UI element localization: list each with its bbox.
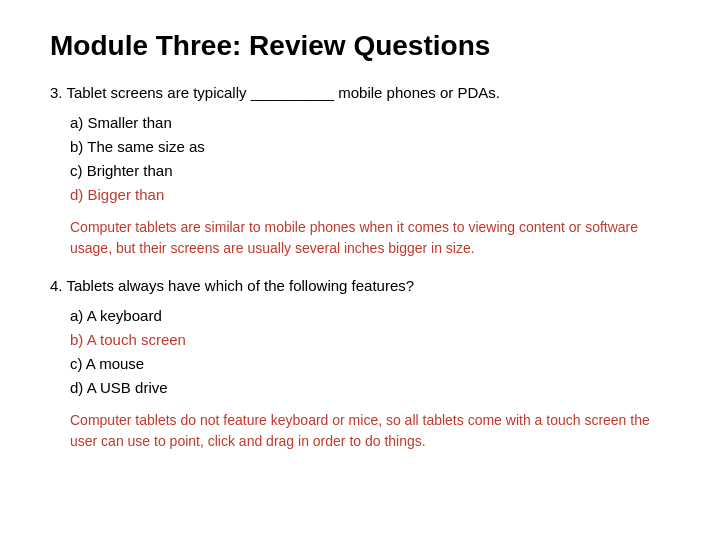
page-title: Module Three: Review Questions	[50, 30, 670, 62]
page-container: Module Three: Review Questions 3. Tablet…	[0, 0, 720, 540]
question-4-block: 4. Tablets always have which of the foll…	[50, 277, 670, 452]
question-3-text: 3. Tablet screens are typically ________…	[50, 84, 670, 101]
q4-text-d: A USB drive	[87, 379, 168, 396]
question-3-block: 3. Tablet screens are typically ________…	[50, 84, 670, 259]
q3-text-c: Brighter than	[87, 162, 173, 179]
question-4-options: a) A keyboard b) A touch screen c) A mou…	[50, 304, 670, 400]
q4-label-a: a)	[70, 307, 83, 324]
q3-label-a: a)	[70, 114, 83, 131]
q3-text-d: Bigger than	[88, 186, 165, 203]
question-3-explanation: Computer tablets are similar to mobile p…	[50, 217, 670, 259]
q4-option-a: a) A keyboard	[70, 304, 670, 328]
question-4-explanation: Computer tablets do not feature keyboard…	[50, 410, 670, 452]
q3-option-a: a) Smaller than	[70, 111, 670, 135]
q4-text-b: A touch screen	[87, 331, 186, 348]
q4-text-c: A mouse	[86, 355, 144, 372]
q3-option-c: c) Brighter than	[70, 159, 670, 183]
q3-option-b: b) The same size as	[70, 135, 670, 159]
q4-option-b: b) A touch screen	[70, 328, 670, 352]
question-4-text: 4. Tablets always have which of the foll…	[50, 277, 670, 294]
q4-option-d: d) A USB drive	[70, 376, 670, 400]
q3-text-b: The same size as	[87, 138, 205, 155]
question-3-options: a) Smaller than b) The same size as c) B…	[50, 111, 670, 207]
q4-label-b: b)	[70, 331, 83, 348]
q3-text-a: Smaller than	[88, 114, 172, 131]
q3-label-d: d)	[70, 186, 83, 203]
q4-option-c: c) A mouse	[70, 352, 670, 376]
q4-label-d: d)	[70, 379, 83, 396]
q3-option-d: d) Bigger than	[70, 183, 670, 207]
q4-label-c: c)	[70, 355, 83, 372]
q3-label-b: b)	[70, 138, 83, 155]
q3-label-c: c)	[70, 162, 83, 179]
q4-text-a: A keyboard	[87, 307, 162, 324]
